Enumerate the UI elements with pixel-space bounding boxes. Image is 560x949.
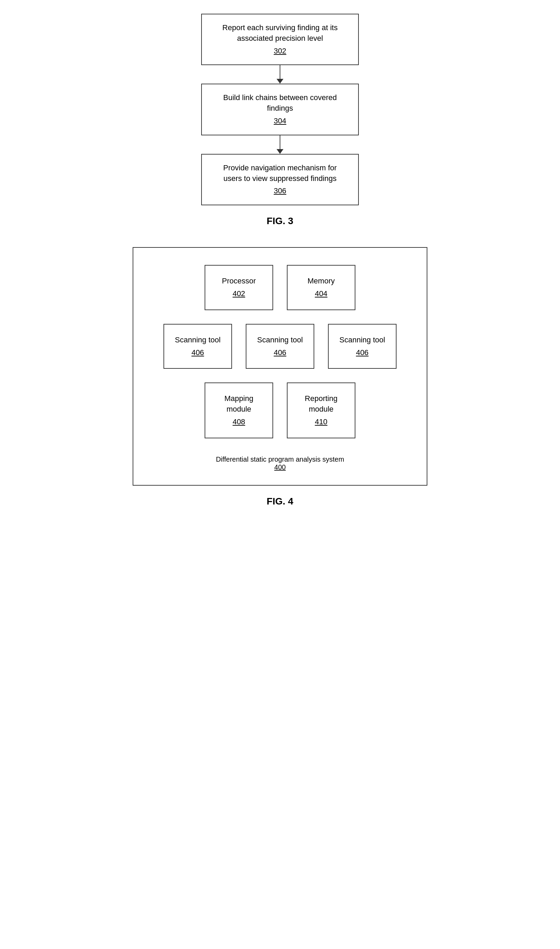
memory-box: Memory 404: [287, 265, 355, 310]
scanning-tool-3-box: Scanning tool 406: [328, 324, 397, 369]
flowbox-306: Provide navigation mechanism for users t…: [201, 154, 359, 205]
arrow-head-1: [277, 79, 283, 84]
arrow-2: [277, 135, 283, 154]
fig3-diagram: Report each surviving finding at its ass…: [109, 14, 451, 226]
scanning-tool-1-ref: 406: [171, 348, 225, 358]
scanning-tool-2-box: Scanning tool 406: [246, 324, 314, 369]
arrow-head-2: [277, 149, 283, 154]
arrow-shaft-2: [280, 135, 280, 149]
flowbox-304: Build link chains between covered findin…: [201, 84, 359, 135]
processor-label: Processor: [222, 277, 256, 285]
row-processor-memory: Processor 402 Memory 404: [205, 265, 355, 310]
system-label-text: Differential static program analysis sys…: [216, 455, 344, 463]
flowbox-306-ref: 306: [215, 186, 345, 196]
flowbox-304-text: Build link chains between covered findin…: [223, 93, 337, 112]
system-ref: 400: [216, 463, 344, 471]
processor-ref: 402: [212, 289, 266, 299]
memory-ref: 404: [294, 289, 348, 299]
flowbox-304-ref: 304: [215, 116, 345, 126]
flowbox-302-text: Report each surviving finding at its ass…: [222, 23, 338, 43]
row-scanning-tools: Scanning tool 406 Scanning tool 406 Scan…: [163, 324, 397, 369]
processor-box: Processor 402: [205, 265, 273, 310]
mapping-module-ref: 408: [212, 417, 266, 428]
system-boundary: Processor 402 Memory 404 Scanning tool 4…: [132, 247, 428, 486]
row-modules: Mapping module 408 Reporting module 410: [205, 383, 355, 438]
page-container: Report each surviving finding at its ass…: [109, 14, 451, 521]
scanning-tool-3-ref: 406: [335, 348, 389, 358]
scanning-tool-1-box: Scanning tool 406: [163, 324, 232, 369]
system-label: Differential static program analysis sys…: [216, 455, 344, 471]
scanning-tool-1-label: Scanning tool: [175, 335, 220, 344]
flowbox-302: Report each surviving finding at its ass…: [201, 14, 359, 65]
reporting-module-box: Reporting module 410: [287, 383, 355, 438]
fig4-caption: FIG. 4: [267, 496, 293, 507]
mapping-module-label: Mapping module: [225, 394, 253, 413]
flowbox-302-ref: 302: [215, 46, 345, 57]
arrow-shaft-1: [280, 65, 280, 79]
scanning-tool-2-label: Scanning tool: [257, 335, 303, 344]
reporting-module-label: Reporting module: [305, 394, 337, 413]
scanning-tool-2-ref: 406: [253, 348, 307, 358]
reporting-module-ref: 410: [294, 417, 348, 428]
mapping-module-box: Mapping module 408: [205, 383, 273, 438]
memory-label: Memory: [308, 277, 334, 285]
fig4-diagram: Processor 402 Memory 404 Scanning tool 4…: [109, 247, 451, 507]
fig3-caption: FIG. 3: [267, 215, 293, 226]
arrow-1: [277, 65, 283, 84]
scanning-tool-3-label: Scanning tool: [339, 335, 385, 344]
flowbox-306-text: Provide navigation mechanism for users t…: [223, 163, 337, 183]
